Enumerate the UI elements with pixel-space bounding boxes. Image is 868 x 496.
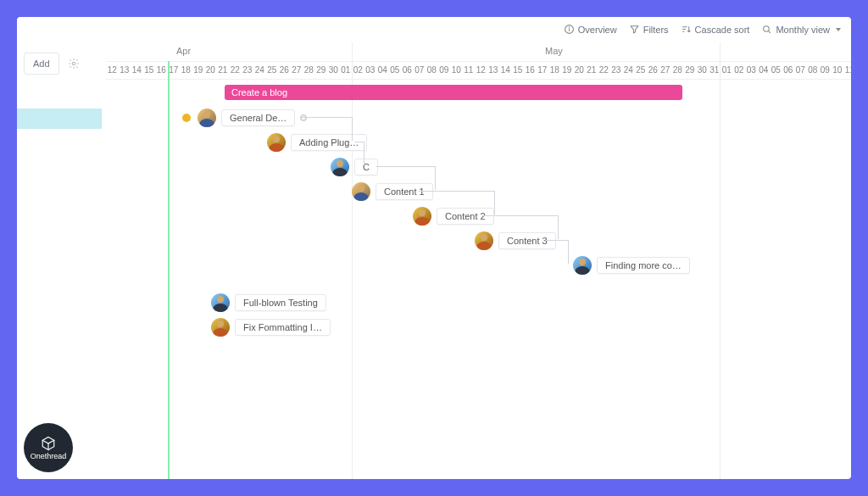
task-card-label: General De… [221, 109, 295, 126]
month-label: Apr [176, 46, 191, 56]
day-label: 28 [303, 65, 315, 75]
cascade-sort-button[interactable]: Cascade sort [681, 24, 750, 35]
overview-button[interactable]: Overview [564, 24, 617, 35]
gantt-task[interactable]: Fix Fommatting I… [211, 318, 331, 337]
info-icon [564, 24, 575, 35]
day-label: 20 [573, 65, 586, 75]
zoom-icon [761, 24, 772, 35]
status-dot [182, 114, 191, 122]
day-label: 11 [463, 65, 476, 75]
day-label: 04 [376, 65, 389, 75]
day-label: 23 [610, 65, 623, 75]
day-label: 16 [524, 65, 537, 75]
sort-icon [681, 24, 692, 35]
day-label: 02 [352, 65, 364, 75]
svg-point-8 [72, 62, 75, 65]
day-label: 26 [647, 65, 659, 75]
add-button[interactable]: Add [24, 53, 59, 75]
day-label: 06 [401, 65, 414, 75]
brand-logo-text: Onethread [31, 452, 67, 460]
day-label: 10 [832, 65, 844, 75]
day-label: 07 [414, 65, 426, 75]
task-card-label: Finding more co… [597, 257, 690, 274]
svg-line-7 [769, 31, 771, 33]
task-connector [302, 117, 353, 141]
view-label: Monthly view [776, 25, 830, 35]
summary-bar[interactable]: Create a blog [225, 85, 682, 100]
task-connector [482, 215, 559, 239]
avatar [211, 293, 230, 312]
filter-icon [629, 24, 640, 35]
day-label: 26 [278, 65, 291, 75]
filters-button[interactable]: Filters [629, 24, 669, 35]
left-controls: Add [24, 53, 80, 75]
chevron-down-icon [836, 28, 841, 31]
overview-label: Overview [578, 25, 617, 35]
day-label: 22 [229, 65, 242, 75]
month-label: May [545, 46, 563, 56]
task-connector [376, 166, 436, 190]
brand-logo: Onethread [24, 423, 73, 472]
month-row: AprMay [106, 42, 851, 61]
day-label: 27 [659, 65, 672, 75]
task-connector [354, 142, 364, 165]
cube-icon [41, 436, 56, 451]
avatar [331, 158, 349, 176]
gantt-task[interactable]: Full-blown Testing [211, 293, 326, 312]
day-label: 20 [204, 65, 217, 75]
day-label: 10 [450, 65, 463, 75]
day-label: 21 [586, 65, 598, 75]
summary-bar-label: Create a blog [231, 87, 287, 98]
day-label: 05 [389, 65, 402, 75]
task-card-label: Full-blown Testing [235, 294, 326, 311]
day-label: 05 [770, 65, 782, 75]
day-label: 18 [548, 65, 561, 75]
filters-label: Filters [643, 25, 669, 35]
day-label: 30 [327, 65, 340, 75]
day-label: 08 [807, 65, 820, 75]
day-label: 18 [180, 65, 192, 75]
day-label: 09 [819, 65, 832, 75]
day-label: 03 [745, 65, 758, 75]
day-label: 01 [721, 65, 733, 75]
svg-point-6 [764, 26, 770, 31]
cascade-sort-label: Cascade sort [695, 25, 750, 35]
day-label: 30 [696, 65, 709, 75]
day-label: 01 [340, 65, 353, 75]
day-label: 14 [499, 65, 512, 75]
day-label: 19 [561, 65, 574, 75]
day-label: 04 [758, 65, 771, 75]
day-label: 07 [794, 65, 807, 75]
timeline-header: AprMay 121314151617181920212223242526272… [106, 42, 851, 85]
gear-icon[interactable] [68, 58, 80, 70]
day-label: 13 [487, 65, 500, 75]
day-label: 12 [106, 65, 119, 75]
day-label: 17 [537, 65, 549, 75]
day-label: 27 [291, 65, 303, 75]
day-label: 19 [192, 65, 205, 75]
avatar [352, 182, 370, 201]
gantt-body[interactable]: Create a blog General De…Adding Plug…CCo… [17, 85, 851, 479]
day-row: 1213141516171819202122232425262728293001… [106, 61, 851, 80]
avatar [198, 109, 216, 127]
day-label: 06 [782, 65, 795, 75]
day-label: 25 [635, 65, 648, 75]
day-label: 25 [266, 65, 279, 75]
svg-point-2 [569, 27, 570, 28]
gantt-task[interactable]: General De… [182, 109, 307, 127]
day-label: 24 [253, 65, 266, 75]
gantt-task[interactable]: Finding more co… [573, 256, 690, 275]
day-label: 15 [512, 65, 525, 75]
day-label: 13 [119, 65, 131, 75]
task-connector [419, 191, 495, 215]
day-label: 28 [671, 65, 684, 75]
day-label: 31 [709, 65, 721, 75]
top-toolbar: Overview Filters Cascade sort Monthly vi… [564, 24, 841, 35]
day-label: 03 [364, 65, 377, 75]
avatar [211, 318, 230, 337]
view-selector[interactable]: Monthly view [761, 24, 841, 35]
day-label: 02 [733, 65, 746, 75]
day-label: 15 [143, 65, 156, 75]
day-label: 22 [598, 65, 610, 75]
task-card-label: Fix Fommatting I… [235, 319, 331, 336]
